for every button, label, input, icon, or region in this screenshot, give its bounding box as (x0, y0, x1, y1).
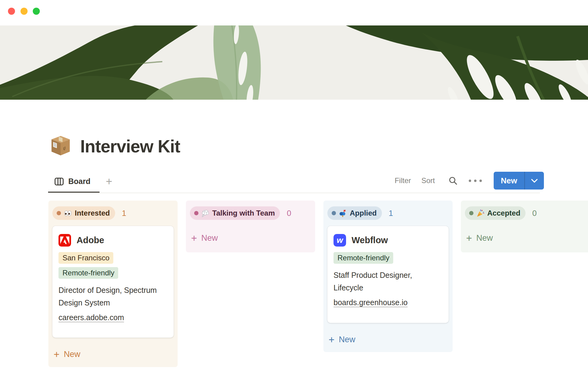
svg-text:w: w (337, 236, 344, 245)
tag-remote: Remote-friendly (334, 252, 393, 264)
tab-board-label: Board (68, 177, 90, 186)
column-label: Accepted (487, 209, 520, 217)
new-card-button[interactable]: + New (52, 348, 174, 360)
tag-location: San Francisco (58, 252, 113, 264)
board-column-interested: Interested 1 Adobe San Francisco Remote-… (48, 201, 178, 367)
board-column-accepted: Accepted 0 + New (461, 201, 588, 252)
column-label: Applied (350, 209, 377, 217)
adobe-logo (58, 234, 71, 247)
new-card-label: New (201, 233, 218, 243)
new-button[interactable]: New (494, 172, 524, 190)
column-label: Interested (75, 209, 110, 217)
board-column-applied: Applied 1 w Webflow Remote-friendly Staf… (323, 201, 453, 352)
company-name: Webflow (352, 235, 388, 245)
monstera-leaves-illustration (0, 25, 588, 100)
card-header: Adobe (58, 234, 168, 247)
column-label: Talking with Team (212, 209, 275, 217)
status-dot (332, 211, 336, 215)
card-tags: San Francisco Remote-friendly (58, 252, 168, 279)
card-header: w Webflow (334, 234, 443, 247)
webflow-logo: w (334, 234, 346, 247)
column-count: 0 (532, 209, 537, 218)
add-view-button[interactable]: + (103, 172, 115, 191)
chevron-down-icon (531, 179, 538, 183)
column-count: 1 (389, 209, 393, 218)
plus-icon: + (466, 233, 472, 243)
status-dot (194, 211, 198, 215)
column-header: Talking with Team 0 (190, 206, 311, 220)
column-header: Accepted 0 (465, 206, 586, 220)
new-card-label: New (64, 350, 80, 359)
toolbar-right-controls: Filter Sort New (395, 171, 544, 191)
role-text: Staff Product Designer, Lifecycle (334, 269, 441, 294)
tag-remote: Remote-friendly (58, 267, 118, 279)
column-count: 0 (287, 209, 291, 218)
new-card-label: New (476, 233, 493, 243)
new-card-label: New (339, 335, 355, 344)
page-title[interactable]: Interview Kit (80, 134, 180, 158)
cover-image (0, 25, 588, 100)
sort-button[interactable]: Sort (421, 176, 435, 185)
ellipsis-icon (468, 179, 483, 182)
eyes-icon (64, 209, 72, 217)
card-webflow[interactable]: w Webflow Remote-friendly Staff Product … (327, 226, 449, 323)
minimize-window-button[interactable] (21, 8, 28, 15)
zoom-window-button[interactable] (33, 8, 40, 15)
column-status-pill[interactable]: Accepted (465, 206, 526, 220)
filter-button[interactable]: Filter (395, 176, 411, 185)
close-window-button[interactable] (8, 8, 15, 15)
tab-board-view[interactable]: Board (48, 171, 100, 193)
search-icon (448, 176, 458, 186)
column-status-pill[interactable]: Interested (52, 206, 115, 220)
thought-balloon-icon (201, 209, 209, 217)
company-name: Adobe (77, 235, 104, 245)
mailbox-icon (339, 209, 347, 217)
job-posting-link[interactable]: boards.greenhouse.io (334, 298, 408, 307)
new-card-button[interactable]: + New (327, 333, 449, 346)
more-options-button[interactable] (467, 175, 483, 186)
status-dot (469, 211, 473, 215)
plus-icon: + (329, 335, 334, 345)
notion-window: Interview Kit Board + Filter Sort (0, 0, 588, 368)
package-icon[interactable] (49, 134, 72, 157)
search-button[interactable] (447, 175, 459, 186)
careers-link[interactable]: careers.adobe.com (58, 313, 124, 322)
party-popper-icon (476, 209, 484, 217)
status-dot (57, 211, 61, 215)
window-titlebar (0, 0, 588, 25)
board-view-icon (54, 177, 64, 186)
toolbar-divider (48, 193, 540, 193)
column-count: 1 (122, 209, 126, 218)
card-tags: Remote-friendly (334, 252, 443, 264)
new-card-button[interactable]: + New (190, 232, 311, 244)
column-header: Interested 1 (52, 206, 174, 220)
plus-icon: + (54, 349, 59, 359)
plus-icon: + (191, 233, 197, 243)
role-text: Director of Design, Spectrum Design Syst… (58, 284, 166, 309)
card-adobe[interactable]: Adobe San Francisco Remote-friendly Dire… (52, 226, 174, 338)
board-column-talking-with-team: Talking with Team 0 + New (186, 201, 315, 252)
new-card-button[interactable]: + New (465, 232, 586, 244)
new-button-dropdown[interactable] (524, 172, 544, 190)
column-status-pill[interactable]: Talking with Team (190, 206, 280, 220)
column-status-pill[interactable]: Applied (327, 206, 382, 220)
column-header: Applied 1 (327, 206, 449, 220)
new-button-group: New (494, 172, 544, 190)
